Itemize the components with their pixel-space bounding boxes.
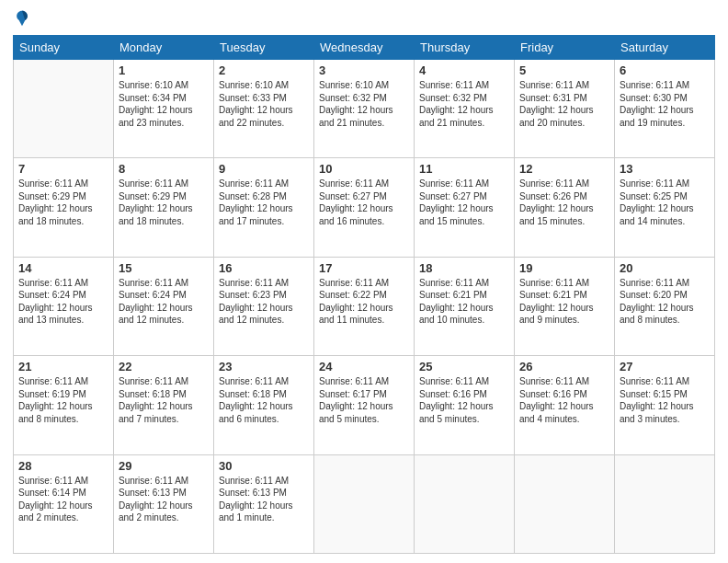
day-info: Sunrise: 6:11 AM Sunset: 6:23 PM Dayligh… [219, 277, 309, 327]
calendar-header-cell: Sunday [14, 36, 114, 60]
header [13, 9, 715, 28]
calendar-cell: 16Sunrise: 6:11 AM Sunset: 6:23 PM Dayli… [214, 257, 314, 355]
day-number: 19 [519, 261, 609, 275]
calendar-cell: 24Sunrise: 6:11 AM Sunset: 6:17 PM Dayli… [314, 356, 415, 454]
calendar-cell: 14Sunrise: 6:11 AM Sunset: 6:24 PM Dayli… [14, 257, 114, 355]
day-info: Sunrise: 6:11 AM Sunset: 6:30 PM Dayligh… [620, 79, 710, 129]
logo-icon [13, 9, 31, 28]
day-info: Sunrise: 6:11 AM Sunset: 6:29 PM Dayligh… [119, 178, 209, 227]
day-number: 15 [119, 261, 209, 275]
day-number: 26 [519, 360, 609, 373]
day-info: Sunrise: 6:11 AM Sunset: 6:13 PM Dayligh… [219, 475, 309, 524]
calendar-cell: 25Sunrise: 6:11 AM Sunset: 6:16 PM Dayli… [415, 356, 515, 454]
day-number: 21 [18, 360, 108, 373]
day-info: Sunrise: 6:11 AM Sunset: 6:24 PM Dayligh… [119, 277, 209, 327]
calendar-cell: 2Sunrise: 6:10 AM Sunset: 6:33 PM Daylig… [214, 60, 314, 158]
day-number: 5 [519, 63, 609, 77]
calendar-cell: 3Sunrise: 6:10 AM Sunset: 6:32 PM Daylig… [314, 60, 415, 158]
calendar-cell: 11Sunrise: 6:11 AM Sunset: 6:27 PM Dayli… [415, 158, 515, 257]
day-number: 13 [620, 162, 710, 176]
calendar-cell [314, 454, 415, 553]
day-info: Sunrise: 6:11 AM Sunset: 6:28 PM Dayligh… [219, 178, 309, 227]
calendar-table: SundayMondayTuesdayWednesdayThursdayFrid… [13, 35, 715, 554]
day-number: 30 [219, 459, 309, 473]
day-number: 20 [620, 261, 710, 275]
calendar-cell: 10Sunrise: 6:11 AM Sunset: 6:27 PM Dayli… [314, 158, 415, 257]
day-info: Sunrise: 6:11 AM Sunset: 6:16 PM Dayligh… [419, 375, 509, 425]
calendar-cell: 23Sunrise: 6:11 AM Sunset: 6:18 PM Dayli… [214, 356, 314, 454]
calendar-cell: 21Sunrise: 6:11 AM Sunset: 6:19 PM Dayli… [14, 356, 114, 454]
calendar-cell: 6Sunrise: 6:11 AM Sunset: 6:30 PM Daylig… [615, 60, 715, 158]
day-info: Sunrise: 6:11 AM Sunset: 6:18 PM Dayligh… [219, 375, 309, 425]
day-info: Sunrise: 6:10 AM Sunset: 6:34 PM Dayligh… [119, 79, 209, 129]
day-number: 28 [18, 459, 108, 473]
calendar-week-row: 28Sunrise: 6:11 AM Sunset: 6:14 PM Dayli… [14, 454, 715, 553]
day-number: 11 [419, 162, 509, 176]
day-number: 18 [419, 261, 509, 275]
day-info: Sunrise: 6:10 AM Sunset: 6:33 PM Dayligh… [219, 79, 309, 129]
day-info: Sunrise: 6:11 AM Sunset: 6:21 PM Dayligh… [419, 277, 509, 327]
calendar-cell: 9Sunrise: 6:11 AM Sunset: 6:28 PM Daylig… [214, 158, 314, 257]
day-number: 17 [319, 261, 409, 275]
day-number: 4 [419, 63, 509, 77]
day-info: Sunrise: 6:11 AM Sunset: 6:24 PM Dayligh… [18, 277, 108, 327]
calendar-cell: 17Sunrise: 6:11 AM Sunset: 6:22 PM Dayli… [314, 257, 415, 355]
day-number: 14 [18, 261, 108, 275]
calendar-cell [615, 454, 715, 553]
day-number: 1 [119, 63, 209, 77]
calendar-cell: 22Sunrise: 6:11 AM Sunset: 6:18 PM Dayli… [114, 356, 214, 454]
day-info: Sunrise: 6:11 AM Sunset: 6:29 PM Dayligh… [18, 178, 108, 227]
day-info: Sunrise: 6:11 AM Sunset: 6:18 PM Dayligh… [119, 375, 209, 425]
day-info: Sunrise: 6:11 AM Sunset: 6:20 PM Dayligh… [620, 277, 710, 327]
calendar-header-cell: Saturday [615, 36, 715, 60]
calendar-header-cell: Monday [114, 36, 214, 60]
day-number: 12 [519, 162, 609, 176]
day-info: Sunrise: 6:11 AM Sunset: 6:16 PM Dayligh… [519, 375, 609, 425]
calendar-header-cell: Tuesday [214, 36, 314, 60]
day-number: 7 [18, 162, 108, 176]
day-number: 9 [219, 162, 309, 176]
calendar-cell: 30Sunrise: 6:11 AM Sunset: 6:13 PM Dayli… [214, 454, 314, 553]
day-info: Sunrise: 6:11 AM Sunset: 6:14 PM Dayligh… [18, 475, 108, 524]
day-info: Sunrise: 6:11 AM Sunset: 6:27 PM Dayligh… [319, 178, 409, 227]
calendar-header-cell: Thursday [415, 36, 515, 60]
day-number: 25 [419, 360, 509, 373]
day-number: 2 [219, 63, 309, 77]
day-info: Sunrise: 6:11 AM Sunset: 6:32 PM Dayligh… [419, 79, 509, 129]
calendar-week-row: 1Sunrise: 6:10 AM Sunset: 6:34 PM Daylig… [14, 60, 715, 158]
day-number: 27 [620, 360, 710, 373]
day-info: Sunrise: 6:11 AM Sunset: 6:17 PM Dayligh… [319, 375, 409, 425]
day-info: Sunrise: 6:11 AM Sunset: 6:27 PM Dayligh… [419, 178, 509, 227]
day-number: 8 [119, 162, 209, 176]
calendar-header-cell: Wednesday [314, 36, 415, 60]
calendar-header-cell: Friday [515, 36, 615, 60]
day-number: 29 [119, 459, 209, 473]
calendar-cell: 5Sunrise: 6:11 AM Sunset: 6:31 PM Daylig… [515, 60, 615, 158]
calendar-cell: 19Sunrise: 6:11 AM Sunset: 6:21 PM Dayli… [515, 257, 615, 355]
page: SundayMondayTuesdayWednesdayThursdayFrid… [0, 0, 728, 563]
calendar-cell: 18Sunrise: 6:11 AM Sunset: 6:21 PM Dayli… [415, 257, 515, 355]
day-info: Sunrise: 6:11 AM Sunset: 6:13 PM Dayligh… [119, 475, 209, 524]
calendar-cell [14, 60, 114, 158]
calendar-cell: 12Sunrise: 6:11 AM Sunset: 6:26 PM Dayli… [515, 158, 615, 257]
calendar-body: 1Sunrise: 6:10 AM Sunset: 6:34 PM Daylig… [14, 60, 715, 554]
calendar-cell: 4Sunrise: 6:11 AM Sunset: 6:32 PM Daylig… [415, 60, 515, 158]
day-number: 3 [319, 63, 409, 77]
calendar-cell: 15Sunrise: 6:11 AM Sunset: 6:24 PM Dayli… [114, 257, 214, 355]
calendar-cell: 20Sunrise: 6:11 AM Sunset: 6:20 PM Dayli… [615, 257, 715, 355]
day-info: Sunrise: 6:11 AM Sunset: 6:31 PM Dayligh… [519, 79, 609, 129]
day-number: 23 [219, 360, 309, 373]
logo [13, 9, 35, 28]
calendar-cell: 1Sunrise: 6:10 AM Sunset: 6:34 PM Daylig… [114, 60, 214, 158]
day-info: Sunrise: 6:10 AM Sunset: 6:32 PM Dayligh… [319, 79, 409, 129]
calendar-cell: 26Sunrise: 6:11 AM Sunset: 6:16 PM Dayli… [515, 356, 615, 454]
day-number: 22 [119, 360, 209, 373]
day-info: Sunrise: 6:11 AM Sunset: 6:15 PM Dayligh… [620, 375, 710, 425]
calendar-cell: 29Sunrise: 6:11 AM Sunset: 6:13 PM Dayli… [114, 454, 214, 553]
day-info: Sunrise: 6:11 AM Sunset: 6:21 PM Dayligh… [519, 277, 609, 327]
calendar-cell: 28Sunrise: 6:11 AM Sunset: 6:14 PM Dayli… [14, 454, 114, 553]
day-number: 16 [219, 261, 309, 275]
calendar-cell: 27Sunrise: 6:11 AM Sunset: 6:15 PM Dayli… [615, 356, 715, 454]
calendar-cell: 13Sunrise: 6:11 AM Sunset: 6:25 PM Dayli… [615, 158, 715, 257]
calendar-header-row: SundayMondayTuesdayWednesdayThursdayFrid… [14, 36, 715, 60]
